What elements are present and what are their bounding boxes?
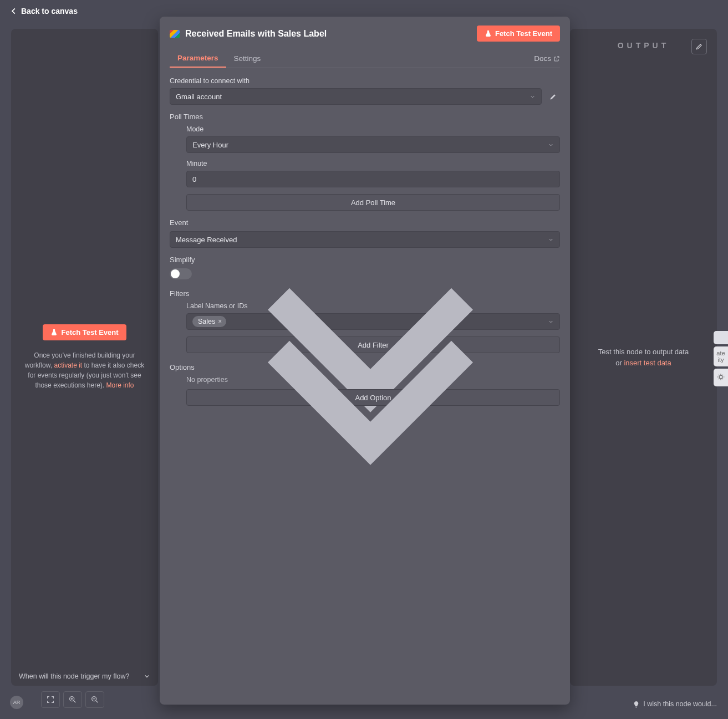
fetch-test-event-button[interactable]: Fetch Test Event <box>477 26 560 42</box>
back-to-canvas-link[interactable]: Back to canvas <box>10 7 78 16</box>
output-panel-title: OUTPUT <box>618 41 670 50</box>
credential-label: Credential to connect with <box>170 77 560 85</box>
flask-icon <box>50 329 58 336</box>
tab-settings[interactable]: Settings <box>226 50 269 67</box>
fetch-test-event-label: Fetch Test Event <box>495 29 552 38</box>
poll-times-label: Poll Times <box>170 113 560 121</box>
fetch-test-event-left-label: Fetch Test Event <box>61 328 118 336</box>
arrow-left-icon <box>10 7 18 15</box>
chevron-down-icon <box>187 214 554 581</box>
lightbulb-icon <box>633 701 640 708</box>
node-config-modal: Received Emails with Sales Label Fetch T… <box>160 17 570 705</box>
fit-view-icon <box>46 695 55 704</box>
docs-link[interactable]: Docs <box>534 50 560 67</box>
feedback-prompt-label: I wish this node would... <box>643 700 717 708</box>
left-panel-blurb: Once you've finished building your workf… <box>22 350 147 390</box>
external-link-icon <box>553 55 560 62</box>
mode-value: Every Hour <box>192 141 228 149</box>
modal-title: Received Emails with Sales Label <box>170 29 327 39</box>
output-placeholder-text: Test this node to output data or insert … <box>598 346 689 368</box>
activate-it-link[interactable]: activate it <box>54 361 82 369</box>
more-info-link[interactable]: More info <box>106 381 134 389</box>
back-to-canvas-label: Back to canvas <box>21 7 78 16</box>
zoom-out-icon <box>90 695 99 704</box>
credential-value: Gmail account <box>176 93 222 101</box>
side-tabs: ateity <box>714 331 728 389</box>
edit-output-button[interactable] <box>691 39 707 54</box>
output-panel: OUTPUT Test this node to output data or … <box>570 29 717 686</box>
insert-test-data-link[interactable]: insert test data <box>624 359 671 367</box>
side-tab-notifications[interactable] <box>714 331 728 344</box>
avatar[interactable]: AR <box>10 696 23 709</box>
canvas-zoom-toolbar <box>41 691 104 708</box>
modal-title-text: Received Emails with Sales Label <box>185 29 327 39</box>
toggle-knob <box>171 269 180 278</box>
trigger-tip-label: When will this node trigger my flow? <box>19 672 129 680</box>
add-option-button[interactable]: Add Option <box>186 389 560 406</box>
fit-view-button[interactable] <box>41 691 60 708</box>
flask-icon <box>485 30 492 37</box>
side-tab-bug[interactable] <box>714 369 728 386</box>
mode-label: Mode <box>186 125 560 133</box>
side-tab-item-1[interactable]: ateity <box>714 346 728 366</box>
fetch-test-event-button-left[interactable]: Fetch Test Event <box>43 324 126 340</box>
pencil-icon <box>549 93 557 101</box>
feedback-prompt[interactable]: I wish this node would... <box>633 700 717 708</box>
gmail-icon <box>170 30 180 38</box>
chevron-down-icon <box>144 673 150 680</box>
chevron-down-icon <box>548 142 554 148</box>
docs-label: Docs <box>534 54 551 63</box>
mode-select[interactable]: Every Hour <box>186 136 560 153</box>
svg-point-0 <box>719 375 722 379</box>
input-panel: Fetch Test Event Once you've finished bu… <box>11 29 158 686</box>
zoom-in-icon <box>68 695 77 704</box>
edit-credential-button[interactable] <box>546 89 560 104</box>
tab-parameters[interactable]: Parameters <box>170 49 226 68</box>
zoom-in-button[interactable] <box>63 691 82 708</box>
chevron-down-icon <box>530 94 536 100</box>
zoom-out-button[interactable] <box>85 691 104 708</box>
pencil-icon <box>695 43 703 50</box>
trigger-tip-expander[interactable]: When will this node trigger my flow? <box>11 667 158 686</box>
credential-select[interactable]: Gmail account <box>170 88 542 105</box>
bug-icon <box>717 373 725 381</box>
